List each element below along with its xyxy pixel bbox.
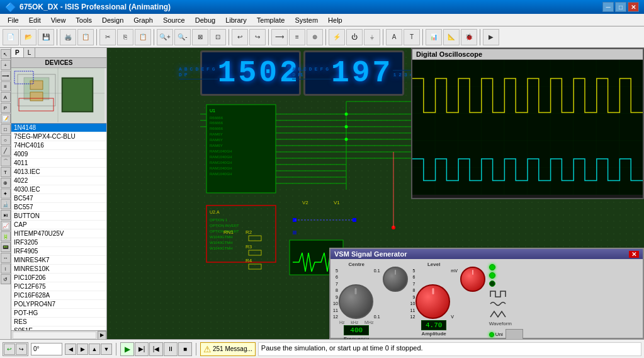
- debug-btn[interactable]: 🐞: [461, 29, 477, 45]
- label-tool[interactable]: A: [1, 92, 11, 102]
- step-back-button[interactable]: |◀: [149, 342, 163, 356]
- device-item[interactable]: PIC12F675: [11, 282, 106, 291]
- tape-tool[interactable]: ⏯: [1, 210, 11, 220]
- sg-close-btn[interactable]: ✕: [629, 251, 639, 258]
- menu-debug[interactable]: Debug: [190, 15, 220, 25]
- up-nav-btn[interactable]: ▲: [89, 344, 100, 355]
- undo-btn[interactable]: ↩: [232, 29, 248, 45]
- power-tool[interactable]: P: [1, 103, 11, 113]
- mirror-v-tool[interactable]: ↕: [1, 263, 11, 274]
- panel-scrollbar[interactable]: ▶: [11, 330, 106, 339]
- marker-tool[interactable]: ✦: [1, 188, 11, 199]
- zoom-in[interactable]: 🔍+: [157, 29, 173, 45]
- device-item[interactable]: RES: [11, 318, 106, 326]
- probe-tool[interactable]: 🔬: [1, 199, 11, 209]
- tab-p[interactable]: P: [11, 48, 24, 57]
- menu-edit[interactable]: Edit: [24, 15, 46, 25]
- stop-button[interactable]: ■: [178, 342, 192, 356]
- graph-tool[interactable]: 📈: [1, 221, 11, 231]
- menu-template[interactable]: Template: [252, 15, 290, 25]
- wire-btn[interactable]: ⟶: [271, 29, 288, 45]
- freq-range-knob[interactable]: [383, 267, 408, 292]
- maximize-button[interactable]: □: [615, 2, 626, 12]
- mirror-h-tool[interactable]: ↔: [1, 253, 11, 263]
- menu-graph[interactable]: Graph: [128, 15, 158, 25]
- prop-btn[interactable]: 📊: [426, 29, 442, 45]
- device-item[interactable]: BC547: [11, 194, 106, 203]
- polarity-button[interactable]: [506, 329, 523, 339]
- device-item[interactable]: PIC16F628A: [11, 291, 106, 300]
- open-btn[interactable]: 📂: [20, 29, 37, 45]
- device-item[interactable]: IRF4905: [11, 247, 106, 256]
- rotate-tool[interactable]: ↺: [1, 274, 11, 284]
- annotation-tool[interactable]: 📝: [1, 113, 11, 124]
- zoom-fit[interactable]: ⊠: [192, 29, 208, 45]
- text-btn[interactable]: T: [404, 29, 420, 45]
- save-btn[interactable]: 💾: [38, 29, 54, 45]
- bus-btn[interactable]: ≡: [289, 29, 305, 45]
- power-btn[interactable]: ⏻: [346, 29, 363, 45]
- component-btn[interactable]: ⚡: [329, 29, 345, 45]
- step-fwd-button[interactable]: ▶|: [135, 342, 149, 356]
- menu-file[interactable]: File: [3, 15, 24, 25]
- sim-btn[interactable]: ▶: [483, 29, 499, 45]
- device-item[interactable]: 4013.IEC: [11, 168, 106, 176]
- redo-nav-btn[interactable]: ↪: [16, 344, 27, 355]
- cut-btn[interactable]: ✂: [99, 29, 116, 45]
- menu-help[interactable]: Help: [323, 15, 347, 25]
- close-button[interactable]: ✕: [628, 2, 639, 12]
- circle-tool[interactable]: ○: [1, 135, 11, 145]
- device-item[interactable]: 4022: [11, 176, 106, 185]
- menu-view[interactable]: View: [46, 15, 71, 25]
- device-item[interactable]: PIC10F206: [11, 274, 106, 282]
- menu-library[interactable]: Library: [220, 15, 252, 25]
- scroll-right[interactable]: ▶: [98, 331, 106, 340]
- select-tool[interactable]: ↖: [1, 49, 11, 59]
- tab-l[interactable]: L: [24, 48, 36, 57]
- device-item[interactable]: BUTTON: [11, 212, 106, 221]
- zoom-area[interactable]: ⊡: [210, 29, 226, 45]
- box-tool[interactable]: □: [1, 124, 11, 134]
- pause-button[interactable]: ⏸: [164, 342, 178, 356]
- battery-tool[interactable]: 🔋: [1, 231, 11, 241]
- netlist-btn[interactable]: 📐: [443, 29, 460, 45]
- schematic[interactable]: U1 R66666 R66666 R6666: [107, 48, 644, 339]
- menu-tools[interactable]: Tools: [71, 15, 97, 25]
- menu-system[interactable]: System: [290, 15, 323, 25]
- device-item[interactable]: BC557: [11, 203, 106, 212]
- symbol-tool[interactable]: ⊕: [1, 178, 11, 188]
- device-item[interactable]: 74HC4016: [11, 141, 106, 150]
- device-item[interactable]: MINRES10K: [11, 265, 106, 274]
- down-nav-btn[interactable]: ▼: [101, 344, 112, 355]
- junction-btn[interactable]: ⊕: [307, 29, 323, 45]
- label-btn[interactable]: A: [386, 29, 402, 45]
- zoom-out[interactable]: 🔍-: [174, 29, 191, 45]
- device-item[interactable]: 7SEG-MPX4-CC-BLU: [11, 132, 106, 141]
- device-item[interactable]: MINRES4K7: [11, 256, 106, 265]
- print-btn[interactable]: 🖨️: [60, 29, 76, 45]
- wire-tool[interactable]: ⟶: [1, 71, 11, 81]
- centre-knob[interactable]: [339, 284, 373, 319]
- level-knob[interactable]: [415, 284, 450, 319]
- ground-btn[interactable]: ⏚: [364, 29, 380, 45]
- new-btn[interactable]: 📄: [3, 29, 19, 45]
- text-tool[interactable]: T: [1, 167, 11, 177]
- virtual-tool[interactable]: 📟: [1, 242, 11, 252]
- device-item[interactable]: 4030.IEC: [11, 185, 106, 194]
- play-button[interactable]: ▶: [120, 342, 134, 356]
- device-item[interactable]: HITEMP470U25V: [11, 229, 106, 238]
- right-nav-btn[interactable]: ▶: [77, 344, 88, 355]
- undo-nav-btn[interactable]: ↩: [4, 344, 15, 355]
- device-item[interactable]: 4009: [11, 150, 106, 159]
- arc-tool[interactable]: ⌒: [1, 156, 11, 166]
- messages-btn[interactable]: ⚠ 251 Messag...: [200, 342, 256, 356]
- copy-btn[interactable]: ⎘: [117, 29, 133, 45]
- amp-range-knob[interactable]: [460, 267, 485, 292]
- device-item[interactable]: POT-HG: [11, 309, 106, 318]
- device-item[interactable]: CAP: [11, 221, 106, 229]
- device-item[interactable]: IRF3205: [11, 238, 106, 247]
- device-item[interactable]: 1N4148: [11, 124, 106, 132]
- canvas-area[interactable]: U1 R66666 R66666 R6666: [107, 48, 644, 339]
- print2-btn[interactable]: 📋: [77, 29, 94, 45]
- paste-btn[interactable]: 📋: [135, 29, 151, 45]
